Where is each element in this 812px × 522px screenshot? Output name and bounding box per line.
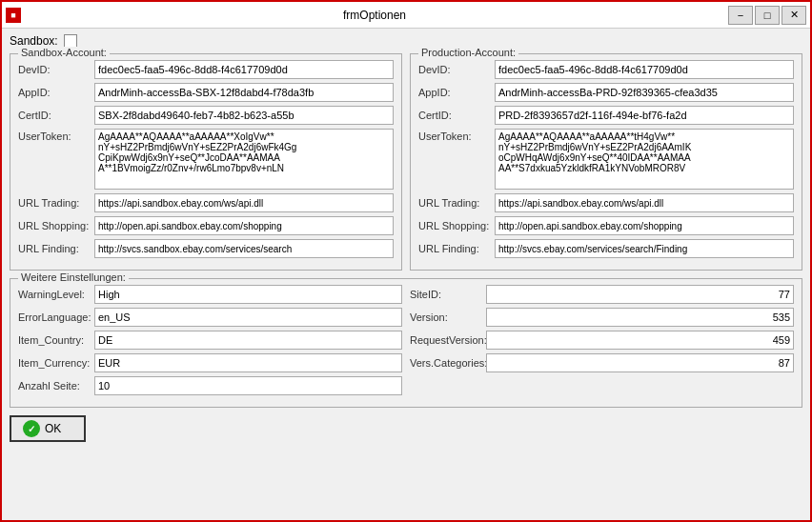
accounts-section: Sandbox-Account: DevID: AppID: CertID: U…	[10, 53, 802, 271]
sandbox-url-shopping-label: URL Shopping:	[18, 220, 94, 231]
production-account-title: Production-Account:	[418, 47, 518, 58]
sandbox-url-shopping-input[interactable]	[94, 216, 394, 235]
main-window: ■ frmOptionen − □ ✕ Sandbox: Sandbox-Acc…	[0, 0, 812, 522]
title-bar: ■ frmOptionen − □ ✕	[2, 2, 810, 29]
sandbox-user-token-row: UserToken: AgAAAA**AQAAAA**aAAAAA**XoIgV…	[18, 129, 394, 190]
weitere-right-row-3: Vers.Categories:	[410, 353, 794, 372]
sandbox-url-finding-row: URL Finding:	[18, 239, 394, 258]
weitere-left-input-4[interactable]	[94, 376, 402, 395]
weitere-right-label-0: SiteID:	[410, 289, 486, 300]
weitere-right-row-0: SiteID:	[410, 285, 794, 304]
sandbox-cert-id-input[interactable]	[94, 106, 394, 125]
window-controls: − □ ✕	[728, 6, 806, 25]
prod-url-trading-label: URL Trading:	[418, 197, 495, 209]
prod-app-id-label: AppID:	[418, 87, 495, 98]
prod-url-finding-row: URL Finding:	[418, 239, 794, 258]
prod-cert-id-input[interactable]	[495, 106, 794, 125]
weitere-left-label-4: Anzahl Seite:	[18, 380, 94, 392]
prod-app-id-row: AppID:	[418, 83, 794, 102]
weitere-left-input-0[interactable]	[94, 285, 402, 304]
prod-url-shopping-label: URL Shopping:	[418, 220, 495, 231]
weitere-left-input-1[interactable]	[94, 308, 402, 327]
sandbox-row: Sandbox:	[10, 34, 802, 48]
weitere-left-label-0: WarningLevel:	[18, 289, 94, 300]
weitere-left-input-2[interactable]	[94, 331, 402, 350]
prod-url-shopping-row: URL Shopping:	[418, 216, 794, 235]
sandbox-url-finding-input[interactable]	[94, 239, 394, 258]
prod-url-shopping-input[interactable]	[495, 216, 794, 235]
prod-cert-id-row: CertID:	[418, 106, 794, 125]
maximize-button[interactable]: □	[755, 6, 780, 25]
weitere-right-label-1: Version:	[410, 311, 486, 323]
weitere-group: Weitere Einstellungen: WarningLevel: Err…	[10, 278, 802, 408]
weitere-right-col: SiteID: Version: RequestVersion: Vers.Ca…	[410, 285, 794, 399]
prod-url-trading-row: URL Trading:	[418, 193, 794, 212]
prod-url-finding-input[interactable]	[495, 239, 794, 258]
sandbox-account-title: Sandbox-Account:	[18, 47, 110, 58]
ok-button[interactable]: ✓ OK	[10, 415, 86, 442]
sandbox-app-id-input[interactable]	[94, 83, 394, 102]
sandbox-dev-id-label: DevID:	[18, 64, 94, 75]
prod-app-id-input[interactable]	[495, 83, 794, 102]
weitere-right-input-1[interactable]	[486, 308, 794, 327]
production-account-group: Production-Account: DevID: AppID: CertID…	[410, 53, 802, 271]
weitere-left-row-0: WarningLevel:	[18, 285, 402, 304]
app-icon: ■	[6, 8, 21, 23]
weitere-left-col: WarningLevel: ErrorLanguage: Item_Countr…	[18, 285, 402, 399]
weitere-left-input-3[interactable]	[94, 353, 402, 372]
prod-dev-id-row: DevID:	[418, 60, 794, 79]
weitere-right-label-2: RequestVersion:	[410, 334, 486, 346]
sandbox-url-trading-row: URL Trading:	[18, 193, 394, 212]
weitere-right-row-2: RequestVersion:	[410, 331, 794, 350]
sandbox-user-token-label: UserToken:	[18, 129, 94, 142]
sandbox-app-id-row: AppID:	[18, 83, 394, 102]
weitere-inner: WarningLevel: ErrorLanguage: Item_Countr…	[18, 285, 794, 399]
sandbox-label: Sandbox:	[10, 34, 58, 48]
close-button[interactable]: ✕	[782, 6, 806, 25]
sandbox-url-trading-input[interactable]	[94, 193, 394, 212]
weitere-right-row-1: Version:	[410, 308, 794, 327]
sandbox-url-finding-label: URL Finding:	[18, 243, 94, 254]
weitere-left-row-1: ErrorLanguage:	[18, 308, 402, 327]
weitere-right-label-3: Vers.Categories:	[410, 357, 486, 369]
minimize-button[interactable]: −	[728, 6, 753, 25]
prod-url-finding-label: URL Finding:	[418, 243, 495, 254]
weitere-right-input-2[interactable]	[486, 331, 794, 350]
weitere-left-label-1: ErrorLanguage:	[18, 311, 94, 323]
sandbox-dev-id-input[interactable]	[94, 60, 394, 79]
sandbox-cert-id-row: CertID:	[18, 106, 394, 125]
sandbox-dev-id-row: DevID:	[18, 60, 394, 79]
weitere-left-row-2: Item_Country:	[18, 331, 402, 350]
sandbox-account-group: Sandbox-Account: DevID: AppID: CertID: U…	[10, 53, 402, 271]
window-title: frmOptionen	[21, 9, 728, 22]
weitere-left-label-2: Item_Country:	[18, 334, 94, 346]
content-area: Sandbox: Sandbox-Account: DevID: AppID: …	[2, 29, 810, 520]
weitere-left-label-3: Item_Currency:	[18, 357, 94, 369]
prod-dev-id-input[interactable]	[495, 60, 794, 79]
ok-checkmark-icon: ✓	[23, 420, 40, 437]
prod-user-token-input[interactable]: AgAAAA**AQAAAA**aAAAAA**tH4gVw** nY+sHZ2…	[495, 129, 794, 190]
sandbox-user-token-input[interactable]: AgAAAA**AQAAAA**aAAAAA**XoIgVw** nY+sHZ2…	[94, 129, 394, 190]
sandbox-checkbox[interactable]	[64, 34, 77, 48]
sandbox-url-shopping-row: URL Shopping:	[18, 216, 394, 235]
weitere-left-row-3: Item_Currency:	[18, 353, 402, 372]
sandbox-app-id-label: AppID:	[18, 87, 94, 98]
prod-cert-id-label: CertID:	[418, 110, 495, 121]
ok-button-label: OK	[45, 422, 61, 435]
sandbox-url-trading-label: URL Trading:	[18, 197, 94, 209]
weitere-right-input-0[interactable]	[486, 285, 794, 304]
prod-url-trading-input[interactable]	[495, 193, 794, 212]
weitere-title: Weitere Einstellungen:	[18, 271, 129, 283]
prod-user-token-label: UserToken:	[418, 129, 495, 142]
prod-dev-id-label: DevID:	[418, 64, 495, 75]
sandbox-cert-id-label: CertID:	[18, 110, 94, 121]
weitere-right-input-3[interactable]	[486, 353, 794, 372]
prod-user-token-row: UserToken: AgAAAA**AQAAAA**aAAAAA**tH4gV…	[418, 129, 794, 190]
weitere-left-row-4: Anzahl Seite:	[18, 376, 402, 395]
